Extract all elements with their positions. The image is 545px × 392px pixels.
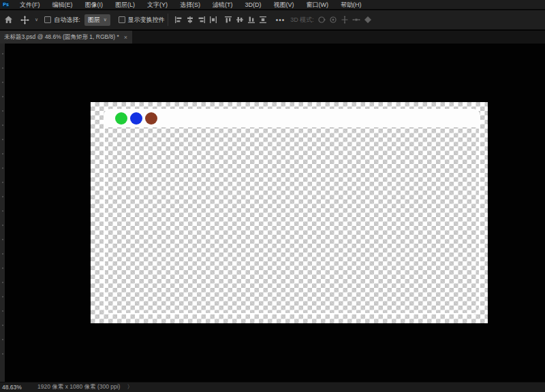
rounded-rectangle-shape[interactable]: [104, 109, 480, 314]
menu-layer[interactable]: 图层(L): [109, 0, 141, 10]
align-vertical-group: [223, 14, 268, 25]
3d-mode-label: 3D 模式:: [290, 16, 314, 24]
move-tool-icon[interactable]: [18, 12, 31, 27]
canvas-work-area: [0, 44, 545, 382]
show-transform-label: 显示变换控件: [128, 16, 165, 24]
pan-3d-icon[interactable]: [340, 14, 349, 25]
home-icon[interactable]: [1, 12, 15, 27]
shape-titlebar[interactable]: [104, 110, 480, 127]
align-right-edges-icon[interactable]: [197, 14, 206, 25]
tool-preset-chevron-icon[interactable]: ∨: [35, 17, 38, 22]
orbit-3d-icon[interactable]: [317, 14, 326, 25]
roll-3d-icon[interactable]: [328, 14, 338, 25]
tool-options-bar: ∨ 自动选择: 图层 ∨ 显示变换控件: [0, 10, 545, 30]
auto-select-checkbox[interactable]: [44, 16, 51, 23]
green-dot[interactable]: [115, 112, 127, 125]
more-align-options-icon[interactable]: •••: [276, 16, 285, 24]
slide-3d-icon[interactable]: [352, 14, 361, 25]
menu-select[interactable]: 选择(S): [174, 0, 206, 10]
menu-3d[interactable]: 3D(D): [239, 0, 268, 10]
auto-select-target-dropdown[interactable]: 图层 ∨: [84, 14, 110, 26]
document-tab-bar: 未标题3.psd @ 48.6% (圆角矩形 1, RGB/8) * ×: [0, 31, 545, 44]
align-horizontal-group: [174, 14, 218, 25]
document-tab[interactable]: 未标题3.psd @ 48.6% (圆角矩形 1, RGB/8) * ×: [0, 31, 132, 44]
align-top-edges-icon[interactable]: [223, 14, 233, 25]
brown-dot[interactable]: [145, 112, 157, 125]
distribute-horizontal-icon[interactable]: [208, 14, 218, 25]
zoom-3d-icon[interactable]: [363, 14, 373, 25]
align-bottom-edges-icon[interactable]: [247, 14, 256, 25]
menu-type[interactable]: 文字(Y): [141, 0, 174, 10]
menu-filter[interactable]: 滤镜(T): [206, 0, 239, 10]
menu-help[interactable]: 帮助(H): [334, 0, 368, 10]
3d-mode-group: [317, 14, 373, 25]
menu-view[interactable]: 视图(V): [268, 0, 300, 10]
document-canvas[interactable]: [91, 102, 488, 323]
status-menu-chevron-icon[interactable]: 〉: [127, 383, 133, 391]
align-left-edges-icon[interactable]: [174, 14, 183, 25]
align-vertical-centers-icon[interactable]: [235, 14, 245, 25]
document-tab-title: 未标题3.psd @ 48.6% (圆角矩形 1, RGB/8) *: [4, 33, 119, 42]
options-separator: [168, 14, 168, 26]
menu-window[interactable]: 窗口(W): [300, 0, 335, 10]
photoshop-logo-icon: Ps: [2, 1, 10, 8]
tab-close-icon[interactable]: ×: [124, 34, 127, 41]
auto-select-label: 自动选择:: [54, 16, 80, 24]
menu-image[interactable]: 图像(I): [79, 0, 110, 10]
zoom-level-field[interactable]: 48.63%: [2, 384, 32, 391]
distribute-vertical-icon[interactable]: [258, 14, 268, 25]
menu-edit[interactable]: 编辑(E): [46, 0, 79, 10]
tools-panel-strip[interactable]: [0, 44, 5, 382]
document-dimensions: 1920 像素 x 1080 像素 (300 ppi): [37, 383, 120, 391]
align-horizontal-centers-icon[interactable]: [185, 14, 195, 25]
status-bar: 48.63% 1920 像素 x 1080 像素 (300 ppi) 〉: [0, 382, 545, 392]
auto-select-target-value: 图层: [88, 16, 100, 24]
menu-bar: Ps 文件(F) 编辑(E) 图像(I) 图层(L) 文字(Y) 选择(S) 滤…: [0, 0, 545, 10]
chevron-down-icon: ∨: [104, 17, 107, 22]
blue-dot[interactable]: [130, 112, 142, 125]
show-transform-checkbox[interactable]: [119, 16, 125, 23]
menu-file[interactable]: 文件(F): [14, 0, 46, 10]
